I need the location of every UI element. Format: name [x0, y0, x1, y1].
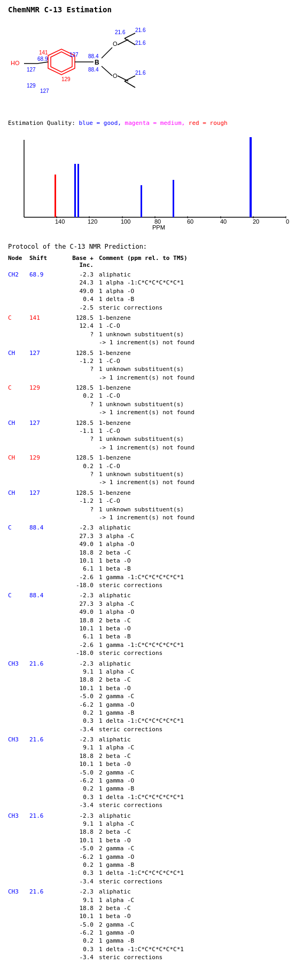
protocol-header: Node Shift Base + Inc. Comment (ppm rel.…: [8, 255, 295, 268]
col-comment: aliphatic: [99, 736, 295, 744]
table-row: -6.21 gamma -O: [8, 777, 295, 785]
col-node: [8, 878, 29, 886]
svg-line-17: [118, 39, 128, 45]
col-comment: aliphatic: [99, 524, 295, 532]
col-base: 128.5: [56, 384, 99, 392]
col-shift: [29, 649, 56, 657]
col-base: 49.0: [56, 608, 99, 616]
col-node: [8, 600, 29, 608]
col-comment: 1 delta -1:C*C*C*C*C*C*1: [99, 793, 295, 801]
table-row: 10.11 beta -O: [8, 684, 295, 692]
col-comment: steric corrections: [99, 649, 295, 657]
col-comment: 1 alpha -C: [99, 744, 295, 752]
svg-text:127: 127: [27, 67, 36, 73]
col-base: -6.2: [56, 777, 99, 785]
col-node: [8, 725, 29, 733]
table-row: 0.31 delta -1:C*C*C*C*C*C*1: [8, 945, 295, 953]
col-base: 0.2: [56, 937, 99, 945]
col-base: 12.4: [56, 322, 99, 330]
col-base: 10.1: [56, 836, 99, 844]
col-shift: [29, 878, 56, 886]
col-node: [8, 608, 29, 616]
col-comment: 2 gamma -C: [99, 692, 295, 700]
protocol-title: Protocol of the C-13 NMR Prediction:: [8, 243, 295, 250]
col-node: [8, 828, 29, 836]
col-comment: 1 delta -B: [99, 295, 295, 303]
col-shift: [29, 641, 56, 649]
col-node: CH: [8, 454, 29, 462]
col-comment: 3 alpha -C: [99, 600, 295, 608]
svg-rect-52: [141, 185, 142, 217]
col-comment: 1 beta -O: [99, 557, 295, 565]
col-shift: [29, 752, 56, 760]
table-row: 18.82 beta -C: [8, 828, 295, 836]
table-row: -> 1 increment(s) not found: [8, 338, 295, 346]
col-comment: 1 beta -O: [99, 760, 295, 768]
col-node: [8, 709, 29, 717]
col-base: -6.2: [56, 929, 99, 937]
col-comment: 1 beta -B: [99, 565, 295, 573]
col-base: 10.1: [56, 625, 99, 633]
col-shift: [29, 600, 56, 608]
col-shift: [29, 532, 56, 540]
col-comment: 1 -C-O: [99, 322, 295, 330]
table-row: -1.21 -C-O: [8, 357, 295, 365]
col-shift: [29, 400, 56, 408]
col-comment: 1 gamma -O: [99, 777, 295, 785]
col-shift: [29, 478, 56, 486]
col-node: [8, 338, 29, 346]
col-shift: [29, 760, 56, 768]
col-shift: [29, 793, 56, 801]
col-comment: aliphatic: [99, 660, 295, 668]
col-base: -5.0: [56, 921, 99, 929]
col-base: -18.0: [56, 581, 99, 589]
page-title: ChemNMR C-13 Estimation: [8, 5, 295, 14]
col-base: -3.4: [56, 725, 99, 733]
table-row: ?1 unknown substituent(s): [8, 365, 295, 373]
eq-red: red = rough: [189, 120, 228, 127]
svg-text:129: 129: [61, 76, 71, 82]
eq-blue: blue = good,: [79, 120, 121, 127]
col-base: -5.0: [56, 844, 99, 852]
svg-line-27: [125, 81, 135, 88]
col-base: -2.3: [56, 888, 99, 896]
col-comment: steric corrections: [99, 801, 295, 809]
col-shift: 88.4: [29, 524, 56, 532]
col-comment: 1 gamma -O: [99, 929, 295, 937]
col-shift: [29, 392, 56, 400]
col-node: C: [8, 384, 29, 392]
col-node: [8, 692, 29, 700]
table-row: 27.33 alpha -C: [8, 532, 295, 540]
col-node: [8, 793, 29, 801]
table-row: CH321.6-2.3aliphatic: [8, 888, 295, 896]
col-shift: [29, 330, 56, 338]
col-base: 27.3: [56, 600, 99, 608]
col-shift: [29, 633, 56, 641]
col-node: [8, 573, 29, 581]
col-comment: 1 gamma -B: [99, 937, 295, 945]
col-comment: 1 gamma -B: [99, 861, 295, 869]
col-comment: 1 beta -O: [99, 625, 295, 633]
svg-line-26: [125, 76, 135, 81]
col-base: 10.1: [56, 684, 99, 692]
table-row: 0.31 delta -1:C*C*C*C*C*C*1: [8, 717, 295, 725]
col-comment: 1 -C-O: [99, 392, 295, 400]
table-row: CH321.6-2.3aliphatic: [8, 736, 295, 744]
col-shift: [29, 912, 56, 920]
col-shift: [29, 869, 56, 877]
table-row: 24.31 alpha -1:C*C*C*C*C*C*1: [8, 279, 295, 287]
table-row: 18.82 beta -C: [8, 549, 295, 557]
table-row: CH127128.51-benzene: [8, 489, 295, 497]
col-node: [8, 929, 29, 937]
col-base: 0.2: [56, 785, 99, 793]
col-shift: [29, 565, 56, 573]
svg-text:21.6: 21.6: [135, 70, 146, 76]
col-shift: [29, 365, 56, 373]
col-shift: [29, 692, 56, 700]
svg-text:B: B: [95, 59, 99, 66]
svg-text:88.4: 88.4: [88, 53, 99, 59]
col-comment: 1 alpha -C: [99, 820, 295, 828]
svg-line-23: [125, 38, 135, 45]
col-base: 0.3: [56, 793, 99, 801]
col-node: [8, 400, 29, 408]
